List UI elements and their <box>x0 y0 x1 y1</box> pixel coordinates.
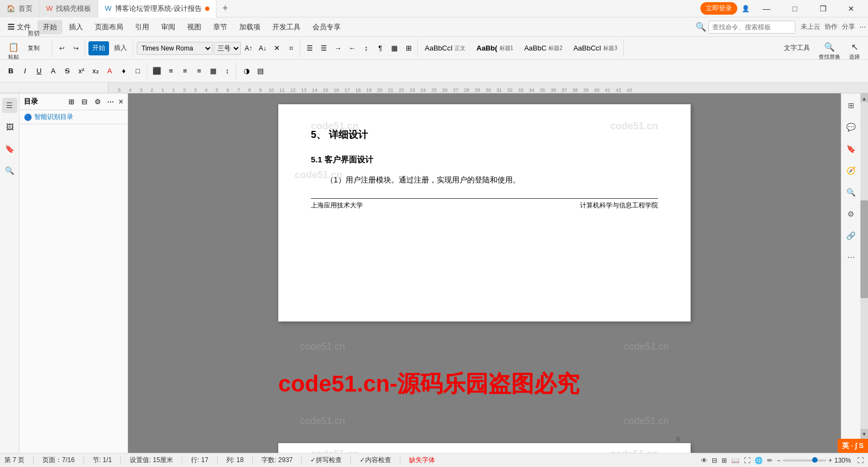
align-center-button[interactable]: ≡ <box>164 65 177 78</box>
outdent-button[interactable]: ← <box>346 42 359 55</box>
cut-button[interactable]: 剪切 <box>24 27 49 41</box>
sidebar-settings-icon[interactable]: ⚙ <box>93 97 103 106</box>
right-icon-comment[interactable]: 💬 <box>844 119 859 135</box>
sidebar-expand-icon[interactable]: ⊞ <box>67 97 76 106</box>
scroll-down-button[interactable]: ▼ <box>860 430 868 438</box>
copy-button[interactable]: 复制 <box>24 41 49 55</box>
menu-review[interactable]: 审阅 <box>156 20 181 34</box>
menu-references[interactable]: 引用 <box>130 20 155 34</box>
fullscreen-button[interactable]: ⛶ <box>857 457 864 464</box>
subscript-button[interactable]: x₂ <box>89 65 102 78</box>
clear-format-button[interactable]: ✕ <box>270 42 283 55</box>
menu-vip[interactable]: 会员专享 <box>307 20 346 34</box>
tab-template[interactable]: W 找稿壳模板 <box>40 0 98 17</box>
menu-chapter[interactable]: 章节 <box>208 20 233 34</box>
nav-bookmark[interactable]: 🔖 <box>2 141 17 156</box>
zoom-in-button[interactable]: + <box>828 457 832 464</box>
undo-button[interactable]: ↩ <box>55 41 68 55</box>
align-right-button[interactable]: ≡ <box>178 65 192 78</box>
line-sort-button[interactable]: ↕ <box>360 42 373 55</box>
style-heading2-preset[interactable]: AaBbC 标题2 <box>520 42 566 54</box>
superscript-button[interactable]: x² <box>75 65 88 78</box>
scroll-thumb[interactable] <box>860 200 868 299</box>
decrease-font-button[interactable]: A↓ <box>256 42 269 55</box>
ime-button[interactable]: 英 · ∫ S <box>838 439 868 453</box>
close-button[interactable]: ✕ <box>839 1 864 17</box>
smart-identify-button[interactable]: 🔵 智能识别目录 <box>20 110 127 124</box>
redo-button[interactable]: ↪ <box>69 41 82 55</box>
show-format-button[interactable]: ¶ <box>374 42 387 55</box>
color-select-button[interactable]: A <box>47 65 60 78</box>
status-layout-full[interactable]: ⛶ <box>744 457 750 464</box>
share-btn[interactable]: 分享 <box>842 22 855 31</box>
restore-button[interactable]: ❐ <box>810 1 835 17</box>
sidebar-collapse-icon[interactable]: ⊟ <box>80 97 90 106</box>
status-edit-icon[interactable]: ✏ <box>767 457 773 464</box>
user-avatar[interactable]: 👤 <box>742 5 750 12</box>
menu-page-layout[interactable]: 页面布局 <box>90 20 129 34</box>
highlight-button[interactable]: ♦ <box>117 65 130 78</box>
strikethrough-button[interactable]: S <box>61 65 74 78</box>
tab-home[interactable]: 🏠 首页 <box>0 0 40 17</box>
minimize-button[interactable]: — <box>754 1 779 17</box>
status-missing-font[interactable]: 缺失字体 <box>409 456 435 465</box>
unordered-list-button[interactable]: ☰ <box>303 42 316 55</box>
more-options-icon[interactable]: ⋯ <box>859 23 866 31</box>
status-spell[interactable]: ✓拼写检查 <box>310 456 342 465</box>
underline-button[interactable]: U <box>33 65 46 78</box>
style-heading1-preset[interactable]: AaBb( 标题1 <box>473 42 517 54</box>
nav-outline[interactable]: ☰ <box>2 98 17 113</box>
nav-image[interactable]: 🖼 <box>2 119 17 135</box>
add-tab-button[interactable]: + <box>216 0 234 17</box>
sidebar-more-icon[interactable]: ⋯ <box>106 97 116 106</box>
font-name-select[interactable]: Times New Roma <box>137 42 213 55</box>
justify-button[interactable]: ≡ <box>193 65 206 78</box>
insert-mode-button[interactable]: 插入 <box>110 41 131 55</box>
cloud-status[interactable]: 未上云 <box>801 22 820 31</box>
align-left-button[interactable]: ⬛ <box>150 65 163 78</box>
zoom-out-button[interactable]: − <box>777 457 781 464</box>
select-button[interactable]: ↖ 选择 <box>845 40 864 57</box>
shade-button[interactable]: ◑ <box>240 65 253 78</box>
char-spacing-button[interactable]: ⌗ <box>284 42 297 55</box>
status-content[interactable]: ✓内容检查 <box>360 456 391 465</box>
menu-insert[interactable]: 插入 <box>63 20 88 34</box>
font-size-select[interactable]: 三号 <box>214 42 241 55</box>
register-button[interactable]: 立即登录 <box>700 2 737 15</box>
font-color-button[interactable]: A <box>103 65 116 78</box>
scroll-up-button[interactable]: ▲ <box>860 94 868 102</box>
right-icon-view[interactable]: ⊞ <box>844 98 859 113</box>
menu-devtools[interactable]: 开发工具 <box>267 20 306 34</box>
status-layout-web[interactable]: ⊞ <box>722 457 727 464</box>
border-button[interactable]: ▦ <box>388 42 401 55</box>
text-tools-button[interactable]: 文字工具 <box>780 41 814 55</box>
status-layout-read[interactable]: 📖 <box>731 457 739 464</box>
paste-button[interactable]: 📋 粘贴 <box>4 40 23 57</box>
bold-button[interactable]: B <box>4 65 17 78</box>
menu-view[interactable]: 视图 <box>182 20 207 34</box>
style-normal-preset[interactable]: AaBbCcI 正文 <box>421 42 469 54</box>
right-icon-search[interactable]: 🔍 <box>844 185 859 200</box>
collab-btn[interactable]: 协作 <box>825 22 838 31</box>
find-replace-button[interactable]: 🔍 查找替换 <box>815 40 844 57</box>
right-icon-more[interactable]: ⋯ <box>844 250 859 265</box>
zoom-slider[interactable] <box>783 459 826 462</box>
nav-search[interactable]: 🔍 <box>2 163 17 178</box>
right-icon-link[interactable]: 🔗 <box>844 228 859 243</box>
ordered-list-button[interactable]: ☰ <box>317 42 330 55</box>
status-eye-icon[interactable]: 👁 <box>701 457 707 464</box>
increase-font-button[interactable]: A↑ <box>242 42 255 55</box>
style-heading3-preset[interactable]: AaBbCcI 标题3 <box>570 42 621 54</box>
status-globe-icon[interactable]: 🌐 <box>755 457 763 464</box>
border2-button[interactable]: ▤ <box>254 65 267 78</box>
sidebar-close-button[interactable]: × <box>119 97 123 106</box>
columns-button[interactable]: ▦ <box>207 65 220 78</box>
start-mode-button[interactable]: 开始 <box>88 41 109 55</box>
status-layout-normal[interactable]: ⊟ <box>712 457 717 464</box>
line-height-button[interactable]: ↕ <box>221 65 234 78</box>
border-char-button[interactable]: □ <box>131 65 144 78</box>
document-area[interactable]: code51.cn code51.cn code51.cn 5、 详细设计 5.… <box>128 93 841 453</box>
maximize-button[interactable]: □ <box>782 1 807 17</box>
right-icon-bookmark[interactable]: 🔖 <box>844 141 859 156</box>
menu-addins[interactable]: 加载项 <box>234 20 266 34</box>
